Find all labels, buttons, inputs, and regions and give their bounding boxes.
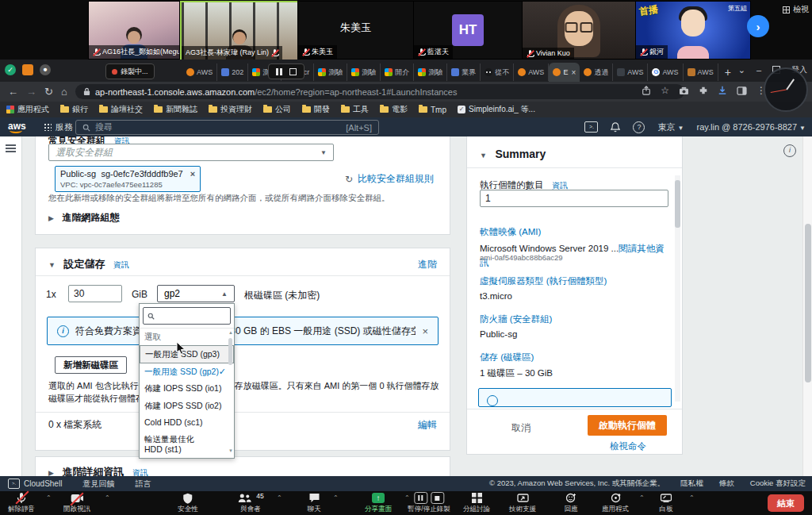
end-meeting-button[interactable]: 結束 — [768, 494, 804, 512]
share-icon[interactable] — [642, 86, 651, 95]
dropdown-option-gp2-selected[interactable]: 一般用途 SSD (gp2)✓ — [140, 363, 234, 380]
notifications-bell-icon[interactable] — [611, 122, 620, 133]
dropdown-option-sc1[interactable]: Cold HDD (sc1) — [140, 414, 234, 431]
view-layout-button[interactable]: 檢視 — [783, 4, 809, 15]
cloudshell-icon[interactable]: >. — [584, 121, 598, 133]
info-link[interactable]: 資訊 — [552, 181, 568, 190]
chat-button[interactable]: 聊天 — [308, 492, 321, 514]
minimize-button[interactable]: – — [756, 65, 761, 75]
back-icon[interactable]: ← — [8, 86, 18, 98]
add-volume-button[interactable]: 新增新磁碟區 — [55, 356, 127, 374]
refresh-icon[interactable]: ↻ — [345, 174, 353, 185]
bookmark-folder[interactable]: 新聞雜誌 — [154, 104, 197, 115]
account-menu[interactable]: ray.lin @ 8726-2976-8827 ▼ — [696, 122, 806, 132]
side-panel-icon[interactable] — [737, 86, 747, 95]
cookie-preferences-link[interactable]: Cookie 喜好設定 — [750, 478, 806, 489]
browser-tab[interactable]: AWS — [182, 63, 217, 81]
region-selector[interactable]: 東京 ▼ — [657, 121, 684, 133]
extensions-puzzle-icon[interactable] — [699, 86, 708, 95]
hamburger-menu-icon[interactable] — [6, 144, 16, 146]
browser-tab[interactable]: 透過 — [580, 63, 613, 81]
page-scrollbar[interactable] — [802, 136, 812, 476]
summary-scrollbar[interactable] — [675, 175, 680, 402]
stop-recording-icon[interactable] — [289, 68, 297, 75]
browser-tab[interactable]: AWS — [684, 63, 718, 81]
support-button[interactable]: 技術支援 — [509, 492, 536, 514]
info-link[interactable]: 資訊 — [113, 260, 129, 269]
browser-tab[interactable]: 從不 — [481, 63, 514, 81]
participant-tile[interactable]: Vivian Kuo — [522, 1, 636, 60]
new-tab-button[interactable]: + — [725, 66, 731, 79]
view-commands-link[interactable]: 檢視命令 — [610, 440, 646, 452]
apps-button[interactable]: 應用程式 — [602, 492, 629, 514]
tab-search-icon[interactable]: ⌄ — [738, 65, 745, 75]
participant-tile[interactable]: 首播 第五組 銀河 — [635, 1, 751, 60]
bookmark-folder[interactable]: 投資理財 — [209, 104, 252, 115]
participant-tile[interactable]: HT 藍湛天 — [413, 1, 523, 60]
share-screen-button[interactable]: ↑ 分享畫面 — [365, 492, 392, 514]
browser-tab[interactable]: 開介 — [381, 63, 414, 81]
advanced-link[interactable]: 進階 — [418, 258, 437, 271]
browser-tab[interactable]: 業界 — [447, 63, 481, 81]
browser-tab[interactable]: AWS — [514, 63, 549, 81]
ami-link[interactable]: 軟體映像 (AMI) — [480, 226, 541, 238]
cancel-button[interactable]: 取消 — [511, 421, 530, 435]
aws-logo[interactable]: aws — [8, 121, 26, 133]
privacy-link[interactable]: 隱私權 — [680, 478, 703, 489]
terms-link[interactable]: 條款 — [719, 478, 734, 489]
screenshot-extension-icon[interactable] — [679, 86, 689, 95]
bookmark-folder[interactable]: 銀行 — [60, 104, 88, 115]
chevron-up-icon[interactable]: ⌃ — [277, 494, 282, 502]
launch-instance-button[interactable]: 啟動執行個體 — [588, 415, 667, 436]
console-search-input[interactable]: 搜尋 [Alt+S] — [75, 120, 379, 135]
bookmark-folder[interactable]: Tmp — [419, 106, 446, 114]
browser-tab[interactable]: GAWS — [648, 63, 683, 81]
scrollbar-thumb[interactable] — [805, 224, 811, 382]
participants-button[interactable]: 45 與會者 — [237, 492, 263, 514]
info-link[interactable]: 資訊 — [132, 468, 148, 476]
help-panel-info-icon[interactable]: i — [783, 144, 796, 157]
home-icon[interactable]: ⌂ — [61, 86, 67, 98]
volume-size-input[interactable] — [68, 285, 122, 302]
browser-tab[interactable]: 202 — [217, 63, 248, 81]
instance-count-input[interactable] — [480, 190, 668, 207]
language-link[interactable]: 語言 — [135, 478, 151, 490]
dropdown-option-gp3[interactable]: 一般用途 SSD (gp3) — [140, 345, 234, 363]
bookmark-apps[interactable]: 應用程式 — [6, 104, 49, 115]
pause-stop-recording-button[interactable]: 暫停/停止錄製 — [408, 492, 450, 514]
download-icon[interactable] — [718, 86, 727, 95]
chevron-up-icon[interactable]: ⌃ — [46, 494, 52, 502]
browser-tab[interactable]: 測驗 — [314, 63, 347, 81]
bookmark-folder[interactable]: 公司 — [263, 104, 291, 115]
chevron-up-icon[interactable]: ⌃ — [639, 494, 645, 502]
participant-tile[interactable]: AG16社長_鄭如如(Megu... — [88, 1, 180, 60]
participant-tile[interactable]: 朱美玉 朱美玉 — [297, 1, 414, 60]
participant-tile[interactable]: AG3社長-林家瑋 (Ray Lin) — [180, 1, 299, 61]
advanced-network-toggle[interactable]: 進階網路組態 — [62, 212, 119, 223]
volume-type-select[interactable]: gp2 ▲ — [157, 285, 235, 302]
bookmark-folder[interactable]: 工具 — [341, 104, 369, 115]
services-menu[interactable]: 服務 — [56, 121, 73, 133]
pause-recording-icon[interactable] — [276, 68, 282, 75]
start-video-button[interactable]: 開啟視訊 — [63, 492, 90, 514]
pause-recording-icon[interactable] — [414, 492, 427, 504]
compare-rules-link[interactable]: 比較安全群組規則 — [358, 172, 434, 186]
dropdown-option-st1[interactable]: 輸送量最佳化 HDD (st1) — [140, 431, 213, 458]
stop-recording-icon[interactable] — [431, 492, 444, 504]
chevron-up-icon[interactable]: ⌃ — [105, 494, 110, 502]
dismiss-banner-icon[interactable]: × — [422, 325, 428, 337]
remove-chip-icon[interactable]: × — [190, 169, 195, 179]
reactions-button[interactable]: 回應 — [565, 492, 578, 514]
bookmark-folder[interactable]: 開發 — [302, 104, 330, 115]
breakout-rooms-button[interactable]: 分組討論 — [463, 492, 490, 514]
scrollbar-thumb[interactable] — [228, 338, 232, 365]
bookmark-folder[interactable]: 電影 — [380, 104, 408, 115]
scroll-down-icon[interactable]: ▼ — [228, 448, 233, 453]
dropdown-scrollbar[interactable]: ▲ ▼ — [228, 330, 233, 453]
feedback-link[interactable]: 意見回饋 — [82, 478, 114, 490]
chevron-up-icon[interactable]: ⌃ — [689, 494, 695, 502]
pinned-tab-icon[interactable] — [22, 64, 33, 75]
security-group-select[interactable]: 選取安全群組 ▼ — [48, 144, 334, 161]
storage-link[interactable]: 儲存 (磁碟區) — [480, 352, 534, 363]
unmute-button[interactable]: 解除靜音 — [8, 492, 35, 514]
